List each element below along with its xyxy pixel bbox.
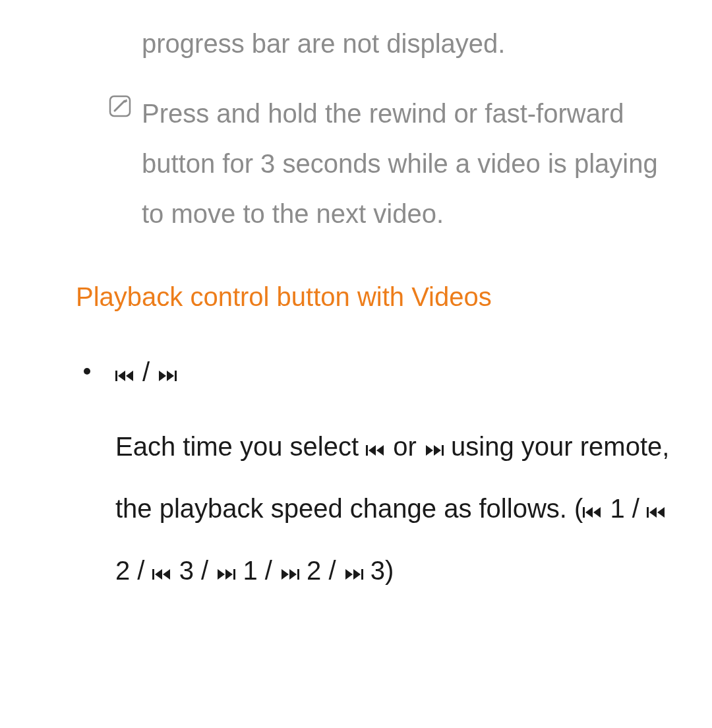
seq-3: 3 / (172, 556, 216, 585)
bullet-marker (84, 368, 90, 375)
seq-1: 1 / (603, 494, 647, 523)
section-heading: Playback control button with Videos (76, 272, 672, 322)
rewind-icon (366, 444, 386, 457)
seq-6: 3) (363, 556, 394, 585)
body-frag-1: Each time you select (115, 432, 366, 461)
fast-forward-icon (343, 568, 363, 581)
rewind-icon (647, 506, 667, 519)
seq-5: 2 / (299, 556, 343, 585)
bullet-head-line: / (115, 347, 672, 397)
note-icon (109, 95, 131, 117)
body-frag-2: or (386, 432, 424, 461)
rewind-icon (152, 568, 172, 581)
note-text: Press and hold the rewind or fast-forwar… (142, 99, 658, 228)
rewind-icon (115, 369, 135, 382)
slash-text: / (135, 357, 157, 386)
seq-4: 1 / (235, 556, 280, 585)
document-page: progress bar are not displayed. Press an… (0, 0, 712, 728)
fast-forward-icon (216, 568, 235, 581)
note-block: Press and hold the rewind or fast-forwar… (76, 88, 672, 239)
fragment-previous-line: progress bar are not displayed. (76, 18, 672, 69)
rewind-icon (583, 506, 603, 519)
bullet-item: / Each time you select or using your rem… (76, 347, 672, 601)
fast-forward-icon (280, 568, 299, 581)
bullet-body: Each time you select or using your remot… (115, 415, 672, 601)
seq-2: 2 / (115, 556, 152, 585)
fast-forward-icon (157, 369, 177, 382)
fast-forward-icon (424, 444, 444, 457)
